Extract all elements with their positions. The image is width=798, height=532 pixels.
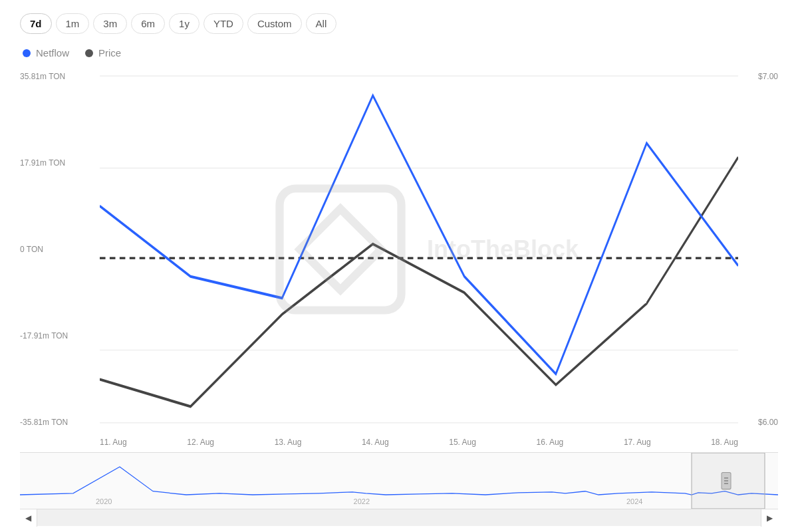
y-right-top: $7.00 bbox=[758, 72, 778, 81]
nav-right-button[interactable]: ▶ bbox=[761, 509, 778, 527]
btn-custom[interactable]: Custom bbox=[247, 13, 302, 34]
btn-1m[interactable]: 1m bbox=[56, 13, 90, 34]
y-label-top: 35.81m TON bbox=[20, 72, 65, 81]
main-chart: 35.81m TON 17.91m TON 0 TON -17.91m TON … bbox=[20, 65, 778, 434]
mini-chart-container: 2020 2022 2024 bbox=[20, 452, 778, 509]
mini-year-2024: 2024 bbox=[626, 497, 642, 505]
mini-year-2022: 2022 bbox=[354, 497, 370, 505]
btn-3m[interactable]: 3m bbox=[93, 13, 127, 34]
svg-rect-6 bbox=[20, 453, 778, 509]
chart-svg: IntoTheBlock bbox=[100, 65, 738, 434]
y-label-lower-mid: -17.91m TON bbox=[20, 331, 68, 340]
btn-1y[interactable]: 1y bbox=[169, 13, 200, 34]
x-label-7: 18. Aug bbox=[711, 438, 738, 447]
mini-chart-svg bbox=[20, 453, 778, 509]
x-label-3: 14. Aug bbox=[362, 438, 389, 447]
time-range-selector: 7d 1m 3m 6m 1y YTD Custom All bbox=[20, 13, 778, 34]
chart-legend: Netflow Price bbox=[20, 47, 778, 59]
mini-year-2020: 2020 bbox=[96, 497, 112, 505]
btn-7d[interactable]: 7d bbox=[20, 13, 52, 34]
netflow-dot bbox=[23, 49, 31, 57]
x-label-5: 16. Aug bbox=[537, 438, 564, 447]
mini-nav-bar: ◀ ▶ bbox=[20, 509, 778, 526]
y-axis-left: 35.81m TON 17.91m TON 0 TON -17.91m TON … bbox=[20, 65, 100, 434]
netflow-label: Netflow bbox=[36, 47, 69, 59]
mini-chart-section: 2020 2022 2024 ◀ ▶ bbox=[20, 452, 778, 525]
y-label-bottom: -35.81m TON bbox=[20, 418, 68, 427]
y-label-upper-mid: 17.91m TON bbox=[20, 158, 65, 168]
price-dot bbox=[85, 49, 93, 57]
x-label-2: 13. Aug bbox=[275, 438, 302, 447]
btn-all[interactable]: All bbox=[306, 13, 337, 34]
chart-lines bbox=[100, 65, 738, 434]
legend-netflow: Netflow bbox=[23, 47, 69, 59]
y-axis-right: $7.00 $6.00 bbox=[738, 65, 778, 434]
btn-6m[interactable]: 6m bbox=[131, 13, 165, 34]
x-label-1: 12. Aug bbox=[187, 438, 214, 447]
x-label-6: 17. Aug bbox=[624, 438, 651, 447]
main-container: 7d 1m 3m 6m 1y YTD Custom All Netflow Pr… bbox=[0, 0, 798, 532]
x-label-0: 11. Aug bbox=[100, 438, 127, 447]
y-right-bottom: $6.00 bbox=[758, 418, 778, 427]
chart-area: 35.81m TON 17.91m TON 0 TON -17.91m TON … bbox=[20, 65, 778, 447]
y-label-mid: 0 TON bbox=[20, 245, 43, 254]
nav-left-button[interactable]: ◀ bbox=[20, 509, 37, 527]
legend-price: Price bbox=[85, 47, 121, 59]
x-label-4: 15. Aug bbox=[449, 438, 476, 447]
x-axis: 11. Aug 12. Aug 13. Aug 14. Aug 15. Aug … bbox=[20, 434, 778, 447]
btn-ytd[interactable]: YTD bbox=[203, 13, 243, 34]
price-label: Price bbox=[98, 47, 121, 59]
